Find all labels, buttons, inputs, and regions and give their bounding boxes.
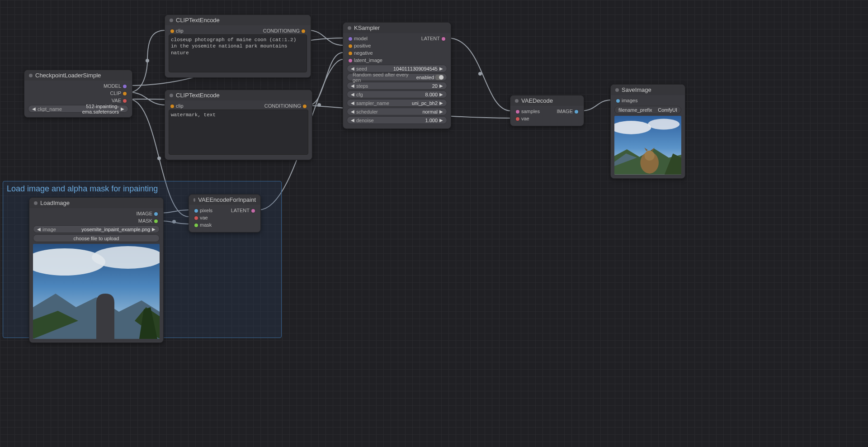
input-negative-port[interactable] [349,52,352,55]
output-conditioning-port[interactable] [302,29,305,33]
choose-file-label: choose file to upload [74,236,119,241]
node-title: LoadImage [40,200,70,206]
right-arrow-icon[interactable]: ▶ [439,100,444,105]
collapse-icon[interactable] [515,99,519,103]
input-vae-port[interactable] [194,216,198,220]
input-clip-label: clip [176,28,184,33]
filename-prefix-label: filename_prefix [618,107,652,113]
node-title: SaveImage [622,86,651,93]
input-samples-port[interactable] [516,110,519,114]
right-arrow-icon[interactable]: ▶ [120,106,125,111]
output-clip-port[interactable] [123,92,127,95]
node-vae-decode[interactable]: VAEDecode samplesIMAGE vae [510,95,584,126]
left-arrow-icon[interactable]: ◀ [350,83,355,88]
collapse-icon[interactable] [615,88,619,92]
collapse-icon[interactable] [348,26,351,30]
output-latent-port[interactable] [251,209,255,213]
svg-point-12 [645,151,655,161]
node-vae-encode-inpaint[interactable]: VAEEncodeForInpaint pixelsLATENT vae mas… [189,194,261,233]
output-model-port[interactable] [123,85,127,88]
node-clip-positive[interactable]: CLIPTextEncode clip CONDITIONING [165,14,311,78]
collapse-icon[interactable] [170,19,173,22]
prompt-textarea[interactable] [169,34,307,72]
left-arrow-icon[interactable]: ◀ [36,227,42,232]
output-vae-label: VAE [112,98,121,103]
collapse-icon[interactable] [170,94,173,97]
right-arrow-icon[interactable]: ▶ [439,92,444,97]
seed-value: 1040111309094545 [393,66,439,71]
output-image-port[interactable] [154,212,158,216]
sampler-name-widget[interactable]: ◀sampler_nameuni_pc_bh2▶ [347,99,447,107]
steps-widget[interactable]: ◀steps20▶ [347,82,447,90]
input-model-port[interactable] [349,37,352,41]
node-header[interactable]: CLIPTextEncode [165,90,312,100]
cfg-widget[interactable]: ◀cfg8.000▶ [347,90,447,98]
seed-widget[interactable]: ◀seed1040111309094545▶ [347,65,447,72]
input-mask-port[interactable] [194,224,198,227]
collapse-icon[interactable] [193,198,195,202]
input-positive-label: positive [354,43,371,48]
prompt-textarea[interactable] [169,109,308,155]
input-positive-port[interactable] [349,44,352,48]
cfg-value: 8.000 [425,92,439,97]
output-image-port[interactable] [575,110,578,114]
left-arrow-icon[interactable]: ◀ [31,106,37,111]
control-value: enabled [416,75,435,80]
output-conditioning-port[interactable] [303,105,307,108]
input-images-port[interactable] [616,99,620,103]
output-model-label: MODEL [104,83,121,89]
input-images-label: images [622,98,637,103]
denoise-widget[interactable]: ◀denoise1.000▶ [347,116,447,124]
output-vae-port[interactable] [123,99,127,103]
sampler-value: uni_pc_bh2 [412,100,439,106]
ckpt-name-widget[interactable]: ◀ ckpt_name 512-inpainting-ema.safetenso… [28,105,128,113]
image-widget[interactable]: ◀imageyosemite_inpaint_example.png▶ [33,225,160,233]
scheduler-label: scheduler [355,109,422,114]
input-vae-port[interactable] [516,117,519,121]
control-label: Random seed after every gen [352,72,416,83]
input-pixels-port[interactable] [194,209,198,213]
ckpt-name-label: ckpt_name [37,106,62,112]
node-save-image[interactable]: SaveImage images filename_prefixComfyUI [610,84,685,179]
node-header[interactable]: VAEEncodeForInpaint [189,195,260,205]
left-arrow-icon[interactable]: ◀ [350,100,355,105]
left-arrow-icon[interactable]: ◀ [350,92,355,97]
denoise-value: 1.000 [425,118,439,123]
left-arrow-icon[interactable]: ◀ [350,118,355,123]
input-mask-label: mask [200,222,212,228]
image-value: yosemite_inpaint_example.png [81,227,151,232]
node-clip-negative[interactable]: CLIPTextEncode clip CONDITIONING [165,90,312,160]
collapse-icon[interactable] [29,74,33,77]
input-latent-image-port[interactable] [349,59,352,62]
cfg-label: cfg [355,92,425,97]
filename-prefix-widget[interactable]: filename_prefixComfyUI [614,106,681,114]
right-arrow-icon[interactable]: ▶ [439,66,444,71]
node-ksampler[interactable]: KSampler modelLATENT positive negative l… [343,22,451,129]
node-load-image[interactable]: LoadImage IMAGE MASK ◀imageyosemite_inpa… [29,197,164,343]
node-header[interactable]: CheckpointLoaderSimple [24,70,132,81]
right-arrow-icon[interactable]: ▶ [439,118,444,123]
node-header[interactable]: SaveImage [611,85,685,95]
input-clip-port[interactable] [170,105,174,108]
left-arrow-icon[interactable]: ◀ [350,66,355,71]
collapse-icon[interactable] [34,201,38,205]
right-arrow-icon[interactable]: ▶ [439,83,444,88]
toggle-icon[interactable] [435,75,444,80]
filename-prefix-value: ComfyUI [658,107,677,113]
node-checkpoint-loader[interactable]: CheckpointLoaderSimple MODEL CLIP VAE ◀ … [24,70,132,118]
left-arrow-icon[interactable]: ◀ [350,109,355,114]
choose-file-button[interactable]: choose file to upload [33,234,160,242]
node-header[interactable]: CLIPTextEncode [165,15,311,25]
output-mask-port[interactable] [154,219,158,223]
scheduler-widget[interactable]: ◀schedulernormal▶ [347,108,447,115]
output-latent-port[interactable] [442,37,445,41]
image-label: image [42,227,81,232]
node-header[interactable]: LoadImage [29,198,163,208]
node-header[interactable]: VAEDecode [510,95,584,106]
right-arrow-icon[interactable]: ▶ [151,227,156,232]
node-header[interactable]: KSampler [343,23,451,33]
control-after-gen-widget[interactable]: Random seed after every genenabled [347,73,447,81]
right-arrow-icon[interactable]: ▶ [439,109,444,114]
input-vae-label: vae [521,116,529,121]
input-clip-port[interactable] [170,29,174,33]
